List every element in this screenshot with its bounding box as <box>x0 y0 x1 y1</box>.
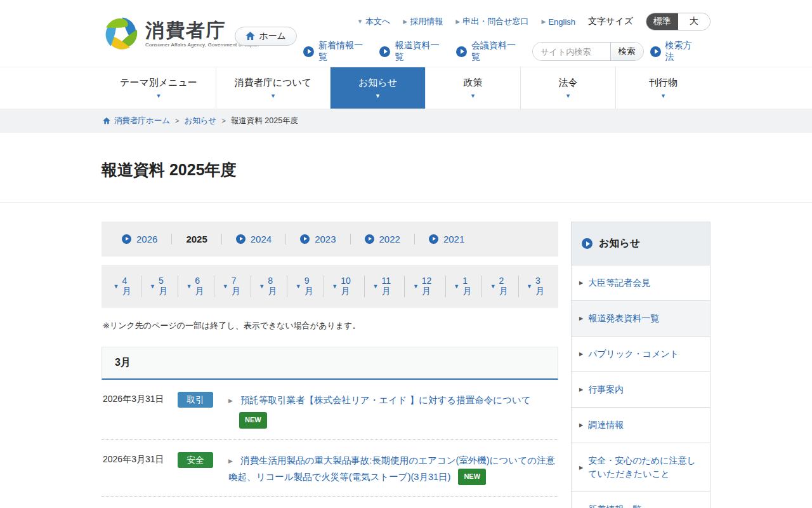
category-badge-trade: 取引 <box>178 392 213 408</box>
to-content-link[interactable]: ▼ 本文へ <box>357 16 390 27</box>
chevron-down-icon: ▼ <box>357 18 363 25</box>
chevron-down-icon: ▼ <box>565 93 571 99</box>
month-link-11[interactable]: ▼11月 <box>364 276 404 297</box>
link-disclaimer-note: ※リンク先のページの一部は終了し、表示できない場合があります。 <box>103 320 558 331</box>
page-title: 報道資料 2025年度 <box>102 159 812 180</box>
recruit-link[interactable]: ▶ 採用情報 <box>403 16 443 27</box>
play-circle-icon <box>236 234 246 244</box>
section-header-march: 3月 <box>102 347 558 380</box>
search-help-link[interactable]: 検索方法 <box>650 40 695 63</box>
news-date: 2026年3月31日 <box>103 392 178 405</box>
month-link-5[interactable]: ▼5月 <box>141 276 177 297</box>
month-link-6[interactable]: ▼6月 <box>178 276 214 297</box>
search-input[interactable] <box>533 43 610 60</box>
play-circle-icon <box>300 234 310 244</box>
play-circle-icon <box>429 234 438 244</box>
sidebar-item-press-conference[interactable]: ▶ 大臣等記者会見 <box>572 265 710 300</box>
month-link-1[interactable]: ▼1月 <box>445 276 481 297</box>
home-icon <box>246 32 255 41</box>
month-link-7[interactable]: ▼7月 <box>214 276 250 297</box>
play-circle-icon <box>365 234 374 244</box>
chevron-right-icon: ▶ <box>228 398 233 404</box>
month-link-2[interactable]: ▼2月 <box>481 276 518 297</box>
chevron-down-icon: ▼ <box>114 283 119 290</box>
chevron-right-icon: ▶ <box>403 18 407 25</box>
month-link-4[interactable]: ▼4月 <box>105 276 141 297</box>
year-tab-2021[interactable]: 2021 <box>414 234 478 244</box>
breadcrumb-home-link[interactable]: 消費者庁ホーム <box>114 116 170 126</box>
sidebar-item-procurement[interactable]: ▶ 調達情報 <box>572 407 710 443</box>
chevron-down-icon: ▼ <box>150 283 155 290</box>
nav-tab-publications[interactable]: 刊行物 ▼ <box>615 67 710 109</box>
home-button[interactable]: ホーム <box>235 27 297 46</box>
year-tab-2026[interactable]: 2026 <box>108 234 171 244</box>
sidebar-item-safety-attention[interactable]: ▶ 安全・安心のために注意していただきたいこと <box>572 443 710 491</box>
play-circle-icon <box>456 46 467 57</box>
site-header: 消費者庁 Consumer Affairs Agency, Government… <box>0 0 812 67</box>
contact-link[interactable]: ▶ 申出・問合せ窓口 <box>455 16 528 27</box>
news-link[interactable]: 預託等取引業者【株式会社リア・エイド 】に対する措置命令について <box>240 395 531 405</box>
whats-new-link[interactable]: 新着情報一覧 <box>303 40 364 63</box>
nav-tab-law[interactable]: 法令 ▼ <box>520 67 615 109</box>
nav-tab-about[interactable]: 消費者庁について ▼ <box>216 67 330 109</box>
nav-tab-theme-menu[interactable]: テーマ別メニュー ▼ <box>102 67 216 109</box>
search-button[interactable]: 検索 <box>610 43 643 60</box>
year-tab-2024[interactable]: 2024 <box>221 234 285 244</box>
main-nav: テーマ別メニュー ▼ 消費者庁について ▼ お知らせ ▼ 政策 ▼ 法令 ▼ 刊… <box>0 67 812 109</box>
play-circle-icon <box>122 234 131 244</box>
sidebar-item-public-comment[interactable]: ▶ パブリック・コメント <box>572 336 710 371</box>
meeting-list-link[interactable]: 会議資料一覧 <box>456 40 517 63</box>
category-badge-safety: 安全 <box>178 452 213 468</box>
chevron-right-icon: ▶ <box>579 465 583 471</box>
play-circle-icon <box>582 238 593 249</box>
chevron-down-icon: ▼ <box>375 93 381 99</box>
year-tabs: 2026 2025 2024 2023 2022 2021 <box>102 222 558 257</box>
month-link-3[interactable]: ▼3月 <box>518 276 554 297</box>
month-link-9[interactable]: ▼9月 <box>287 276 323 297</box>
site-search: 検索 <box>532 42 643 61</box>
chevron-down-icon: ▼ <box>527 283 532 290</box>
chevron-down-icon: ▼ <box>186 283 192 290</box>
chevron-right-icon: ▶ <box>455 18 460 25</box>
caa-pinwheel-icon <box>103 16 139 51</box>
month-link-12[interactable]: ▼12月 <box>404 276 445 297</box>
sidebar-item-events[interactable]: ▶ 行事案内 <box>572 371 710 407</box>
year-tab-2025-current: 2025 <box>171 234 221 244</box>
breadcrumb-section-link[interactable]: お知らせ <box>185 116 217 126</box>
font-size-label: 文字サイズ <box>588 16 633 27</box>
news-row: 2026年3月31日 取引 ▶ 預託等取引業者【株式会社リア・エイド 】に対する… <box>102 380 558 439</box>
breadcrumb: 消費者庁ホーム > お知らせ > 報道資料 2025年度 <box>0 109 812 133</box>
chevron-down-icon: ▼ <box>373 283 379 290</box>
chevron-down-icon: ▼ <box>470 93 476 99</box>
chevron-down-icon: ▼ <box>454 283 459 290</box>
font-size-standard[interactable]: 標準 <box>646 13 678 30</box>
breadcrumb-separator: > <box>221 117 225 124</box>
sidebar-item-whats-new[interactable]: ▶ 新着情報一覧 <box>572 491 710 508</box>
news-row: 2026年3月31日 制度 ▶ 第7回現代社会における消費者取引の在り方を踏まえ… <box>102 496 558 508</box>
chevron-down-icon: ▼ <box>332 283 337 290</box>
chevron-down-icon: ▼ <box>296 283 301 290</box>
nav-tab-news[interactable]: お知らせ ▼ <box>330 67 425 109</box>
utility-links: ▼ 本文へ ▶ 採用情報 ▶ 申出・問合せ窓口 ▶ English 文字サイズ … <box>357 13 710 30</box>
year-tab-2022[interactable]: 2022 <box>350 234 414 244</box>
sidebar-item-press-releases[interactable]: ▶ 報道発表資料一覧 <box>572 300 710 336</box>
chevron-down-icon: ▼ <box>270 93 276 99</box>
news-link[interactable]: 消費生活用製品の重大製品事故:長期使用のエアコン(室外機)についての注意喚起、リ… <box>228 455 555 482</box>
chevron-right-icon: ▶ <box>579 351 583 357</box>
nav-tab-policy[interactable]: 政策 ▼ <box>425 67 520 109</box>
play-circle-icon <box>303 46 314 57</box>
play-circle-icon <box>650 46 661 57</box>
font-size-toggle: 標準 大 <box>646 13 710 30</box>
home-icon <box>103 117 110 124</box>
english-link[interactable]: ▶ English <box>541 17 575 27</box>
chevron-down-icon: ▼ <box>490 283 496 290</box>
month-link-10[interactable]: ▼10月 <box>324 276 364 297</box>
chevron-right-icon: ▶ <box>579 316 583 321</box>
new-badge: NEW <box>458 469 486 485</box>
month-link-8[interactable]: ▼8月 <box>251 276 287 297</box>
new-badge: NEW <box>239 412 267 429</box>
year-tab-2023[interactable]: 2023 <box>285 234 350 244</box>
news-list: 2026年3月31日 取引 ▶ 預託等取引業者【株式会社リア・エイド 】に対する… <box>102 380 558 508</box>
font-size-large[interactable]: 大 <box>678 13 710 30</box>
press-list-link[interactable]: 報道資料一覧 <box>379 40 440 63</box>
